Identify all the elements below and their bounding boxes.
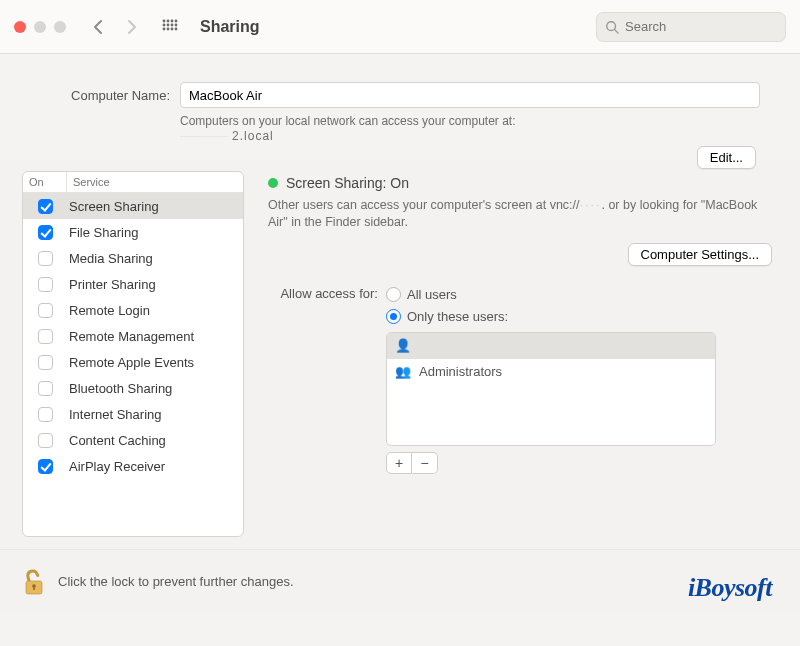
service-row[interactable]: Screen Sharing bbox=[23, 193, 243, 219]
back-button[interactable] bbox=[86, 15, 110, 39]
service-name: Screen Sharing bbox=[67, 199, 243, 214]
content-area: On Service Screen SharingFile SharingMed… bbox=[0, 161, 800, 549]
service-name: Remote Apple Events bbox=[67, 355, 243, 370]
computer-name-hostname: ··········· 2.local bbox=[180, 129, 760, 143]
user-row[interactable]: 👤 bbox=[387, 333, 715, 359]
service-row[interactable]: File Sharing bbox=[23, 219, 243, 245]
user-row[interactable]: 👥Administrators bbox=[387, 359, 715, 385]
services-header-service: Service bbox=[67, 172, 243, 192]
window-controls bbox=[14, 21, 66, 33]
footer: Click the lock to prevent further change… bbox=[0, 549, 800, 613]
service-name: Internet Sharing bbox=[67, 407, 243, 422]
service-row[interactable]: Bluetooth Sharing bbox=[23, 375, 243, 401]
service-checkbox[interactable] bbox=[38, 433, 53, 448]
service-checkbox[interactable] bbox=[38, 381, 53, 396]
svg-point-5 bbox=[167, 23, 170, 26]
svg-point-8 bbox=[163, 27, 166, 30]
brand-logo: iBoysoft bbox=[688, 573, 772, 603]
radio-icon bbox=[386, 309, 401, 324]
add-user-button[interactable]: + bbox=[386, 452, 412, 474]
titlebar: Sharing bbox=[0, 0, 800, 54]
services-list: On Service Screen SharingFile SharingMed… bbox=[22, 171, 244, 537]
svg-point-1 bbox=[167, 19, 170, 22]
service-row[interactable]: Remote Login bbox=[23, 297, 243, 323]
service-checkbox[interactable] bbox=[38, 251, 53, 266]
window-title: Sharing bbox=[200, 18, 260, 36]
edit-hostname-button[interactable]: Edit... bbox=[697, 146, 756, 169]
computer-name-label: Computer Name: bbox=[40, 88, 170, 103]
lock-icon[interactable] bbox=[22, 567, 46, 597]
service-status-label: Screen Sharing: On bbox=[286, 175, 409, 191]
computer-settings-button[interactable]: Computer Settings... bbox=[628, 243, 773, 266]
close-window-button[interactable] bbox=[14, 21, 26, 33]
group-icon: 👥 bbox=[395, 364, 411, 379]
service-description: Other users can access your computer's s… bbox=[268, 197, 772, 231]
service-name: AirPlay Receiver bbox=[67, 459, 243, 474]
person-icon: 👤 bbox=[395, 338, 411, 353]
allow-access-label: Allow access for: bbox=[268, 284, 378, 474]
computer-name-description: Computers on your local network can acce… bbox=[180, 114, 640, 128]
user-name: Administrators bbox=[419, 364, 502, 379]
svg-rect-16 bbox=[33, 586, 35, 590]
service-checkbox[interactable] bbox=[38, 355, 53, 370]
svg-point-7 bbox=[175, 23, 178, 26]
service-detail-pane: Screen Sharing: On Other users can acces… bbox=[262, 171, 778, 537]
svg-point-6 bbox=[171, 23, 174, 26]
forward-button[interactable] bbox=[120, 15, 144, 39]
minimize-window-button[interactable] bbox=[34, 21, 46, 33]
service-name: Content Caching bbox=[67, 433, 243, 448]
radio-label: All users bbox=[407, 287, 457, 302]
service-row[interactable]: Printer Sharing bbox=[23, 271, 243, 297]
service-row[interactable]: Internet Sharing bbox=[23, 401, 243, 427]
svg-point-4 bbox=[163, 23, 166, 26]
service-checkbox[interactable] bbox=[38, 459, 53, 474]
svg-point-0 bbox=[163, 19, 166, 22]
service-checkbox[interactable] bbox=[38, 303, 53, 318]
svg-line-13 bbox=[615, 29, 619, 33]
service-row[interactable]: Remote Management bbox=[23, 323, 243, 349]
computer-name-input[interactable] bbox=[180, 82, 760, 108]
svg-point-11 bbox=[175, 27, 178, 30]
lock-description: Click the lock to prevent further change… bbox=[58, 574, 294, 589]
service-checkbox[interactable] bbox=[38, 277, 53, 292]
service-name: Media Sharing bbox=[67, 251, 243, 266]
service-checkbox[interactable] bbox=[38, 225, 53, 240]
service-checkbox[interactable] bbox=[38, 407, 53, 422]
users-list[interactable]: 👤👥Administrators bbox=[386, 332, 716, 446]
service-name: Remote Login bbox=[67, 303, 243, 318]
service-checkbox[interactable] bbox=[38, 329, 53, 344]
radio-all-users[interactable]: All users bbox=[386, 284, 772, 306]
status-indicator-icon bbox=[268, 178, 278, 188]
service-name: Printer Sharing bbox=[67, 277, 243, 292]
svg-point-9 bbox=[167, 27, 170, 30]
service-row[interactable]: Remote Apple Events bbox=[23, 349, 243, 375]
svg-point-10 bbox=[171, 27, 174, 30]
svg-point-3 bbox=[175, 19, 178, 22]
remove-user-button[interactable]: − bbox=[412, 452, 438, 474]
services-header-on: On bbox=[23, 172, 67, 192]
computer-name-section: Computer Name: Computers on your local n… bbox=[0, 54, 800, 161]
search-input[interactable] bbox=[625, 19, 777, 34]
radio-icon bbox=[386, 287, 401, 302]
service-name: File Sharing bbox=[67, 225, 243, 240]
radio-label: Only these users: bbox=[407, 309, 508, 324]
service-row[interactable]: AirPlay Receiver bbox=[23, 453, 243, 479]
service-row[interactable]: Media Sharing bbox=[23, 245, 243, 271]
show-all-prefs-button[interactable] bbox=[158, 15, 182, 39]
zoom-window-button[interactable] bbox=[54, 21, 66, 33]
svg-point-2 bbox=[171, 19, 174, 22]
service-name: Bluetooth Sharing bbox=[67, 381, 243, 396]
search-icon bbox=[605, 20, 619, 34]
service-name: Remote Management bbox=[67, 329, 243, 344]
search-field[interactable] bbox=[596, 12, 786, 42]
service-row[interactable]: Content Caching bbox=[23, 427, 243, 453]
radio-only-these-users[interactable]: Only these users: bbox=[386, 306, 772, 328]
service-checkbox[interactable] bbox=[38, 199, 53, 214]
